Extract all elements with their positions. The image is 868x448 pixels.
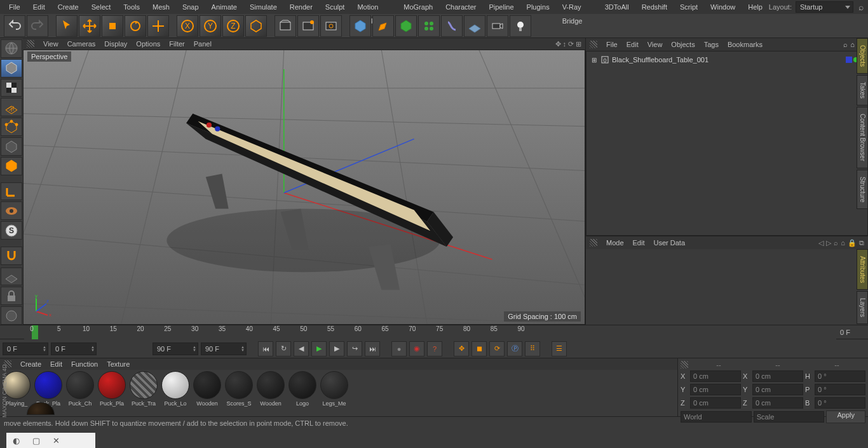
material-item[interactable]: Scores_S: [224, 371, 254, 415]
material-item[interactable]: Puck_Tra: [128, 371, 159, 415]
menu-animate[interactable]: Animate: [205, 0, 243, 14]
keyframe-help-button[interactable]: ?: [427, 341, 442, 356]
edge-mode-button[interactable]: [1, 137, 22, 156]
mat-menu-texture[interactable]: Texture: [107, 360, 130, 368]
menu-edit[interactable]: Edit: [27, 0, 51, 14]
menu-plugins[interactable]: Plugins: [520, 0, 556, 14]
texture-mode-button[interactable]: [1, 79, 22, 97]
size-x-field[interactable]: 0 cm: [752, 370, 803, 382]
key-rotation-button[interactable]: ⟳: [489, 341, 505, 356]
loop-button[interactable]: ↻: [276, 341, 291, 356]
app-icon[interactable]: ◐: [13, 436, 20, 445]
record-button[interactable]: ●: [391, 341, 407, 356]
material-item[interactable]: Legs_Me: [319, 371, 349, 415]
object-tree-panel[interactable]: ⊞ 0 Black_Shuffleboard_Table_001: [586, 51, 868, 236]
render-settings-button[interactable]: [320, 15, 342, 37]
tab-takes[interactable]: Takes: [857, 75, 868, 105]
attr-menu-mode[interactable]: Mode: [606, 239, 624, 247]
tab-layers[interactable]: Layers: [857, 291, 868, 324]
tab-attributes[interactable]: Attributes: [857, 249, 868, 290]
apply-button[interactable]: Apply: [826, 411, 865, 423]
rot-b-field[interactable]: 0 °: [815, 397, 865, 409]
point-mode-button[interactable]: [1, 118, 22, 136]
vp-menu-options[interactable]: Options: [136, 40, 160, 48]
size-z-field[interactable]: 0 cm: [752, 397, 803, 409]
prev-frame-button[interactable]: ◀: [294, 341, 309, 356]
workplane-button[interactable]: [1, 98, 22, 116]
last-tool[interactable]: [147, 15, 169, 37]
material-item[interactable]: Wooden: [192, 371, 222, 415]
material-item[interactable]: Puck_Lo: [160, 371, 191, 415]
vp-menu-view[interactable]: View: [43, 40, 58, 48]
start-frame-field[interactable]: 0 F▲▼: [3, 343, 48, 355]
planar-button[interactable]: [1, 306, 22, 325]
coord-system-button[interactable]: [245, 15, 267, 37]
material-item[interactable]: Wooden: [255, 371, 286, 415]
vp-zoom-icon[interactable]: ↕: [563, 40, 567, 48]
redo-button[interactable]: [27, 15, 48, 37]
axis-button[interactable]: [1, 182, 22, 201]
coord-x-field[interactable]: 0 cm: [690, 370, 741, 382]
light-button[interactable]: [510, 15, 531, 37]
obj-menu-view[interactable]: View: [648, 41, 663, 48]
menu-mograph[interactable]: MoGraph: [397, 0, 439, 14]
lock-icon[interactable]: 🔒: [848, 239, 857, 247]
key-param-button[interactable]: Ⓟ: [507, 341, 522, 356]
next-frame-button[interactable]: ▶: [329, 341, 344, 356]
viewport-3d[interactable]: Perspective Grid Spacing : 100 cm y x z: [23, 50, 585, 325]
material-item[interactable]: [25, 402, 56, 415]
material-item[interactable]: Puck_Pla: [97, 371, 127, 415]
menu-snap[interactable]: Snap: [176, 0, 205, 14]
render-pv-button[interactable]: [297, 15, 319, 37]
menu-3dtoall[interactable]: 3DToAll: [599, 0, 635, 14]
search-icon[interactable]: ⌕: [857, 1, 865, 13]
attr-menu-edit[interactable]: Edit: [633, 239, 645, 247]
make-editable-button[interactable]: [1, 39, 22, 58]
autokey-button[interactable]: ◉: [409, 341, 424, 356]
move-tool[interactable]: [79, 15, 100, 37]
mat-menu-function[interactable]: Function: [71, 360, 98, 368]
obj-menu-file[interactable]: File: [606, 41, 618, 48]
menu-redshift[interactable]: Redshift: [635, 0, 674, 14]
drag-handle-icon[interactable]: [27, 40, 34, 48]
mat-menu-create[interactable]: Create: [20, 360, 41, 368]
material-item[interactable]: Logo: [287, 371, 318, 415]
next-key-button[interactable]: ↪: [347, 341, 362, 356]
magnet-button[interactable]: [1, 247, 22, 265]
cube-primitive-button[interactable]: [349, 15, 371, 37]
vp-layout-icon[interactable]: ⊞: [576, 40, 581, 48]
cloner-button[interactable]: [418, 15, 440, 37]
search-icon[interactable]: ⌕: [834, 239, 838, 247]
menu-pipeline[interactable]: Pipeline: [482, 0, 520, 14]
menu-motion-tracker[interactable]: Motion Tracker: [351, 0, 397, 14]
vp-menu-display[interactable]: Display: [104, 40, 127, 48]
restore-icon[interactable]: ▢: [32, 436, 40, 445]
home-icon[interactable]: ⌂: [841, 239, 845, 247]
attr-menu-userdata[interactable]: User Data: [654, 239, 686, 247]
goto-start-button[interactable]: ⏮: [258, 341, 273, 356]
menu-script[interactable]: Script: [674, 0, 704, 14]
mat-menu-edit[interactable]: Edit: [50, 360, 62, 368]
lock-button[interactable]: [1, 287, 22, 305]
obj-menu-bookmarks[interactable]: Bookmarks: [728, 41, 763, 48]
loop-end-field[interactable]: 90 F▲▼: [153, 343, 198, 355]
tree-row[interactable]: ⊞ 0 Black_Shuffleboard_Table_001: [592, 54, 865, 65]
tab-structure[interactable]: Structure: [857, 170, 868, 210]
timeline-ruler[interactable]: 051015202530354045505560657075808590 0 F: [0, 325, 868, 339]
z-axis-button[interactable]: Z: [222, 15, 244, 37]
nav-back-icon[interactable]: ◁: [818, 239, 824, 247]
object-name[interactable]: Black_Shuffleboard_Table_001: [612, 56, 709, 64]
y-axis-button[interactable]: Y: [200, 15, 221, 37]
rotate-tool[interactable]: [125, 15, 146, 37]
expand-icon[interactable]: ⊞: [592, 57, 598, 64]
coord-y-field[interactable]: 0 cm: [690, 384, 741, 395]
model-mode-button[interactable]: [1, 59, 22, 78]
tab-objects[interactable]: Objects: [857, 38, 868, 74]
workplane-grid-button[interactable]: [1, 268, 22, 286]
vp-rotate-icon[interactable]: ⟳: [568, 40, 574, 48]
key-pla-button[interactable]: ⠿: [525, 341, 540, 356]
pen-tool-button[interactable]: [372, 15, 394, 37]
menu-select[interactable]: Select: [85, 0, 118, 14]
loop-start-field[interactable]: 0 F▲▼: [51, 343, 97, 355]
menu-mesh[interactable]: Mesh: [146, 0, 176, 14]
